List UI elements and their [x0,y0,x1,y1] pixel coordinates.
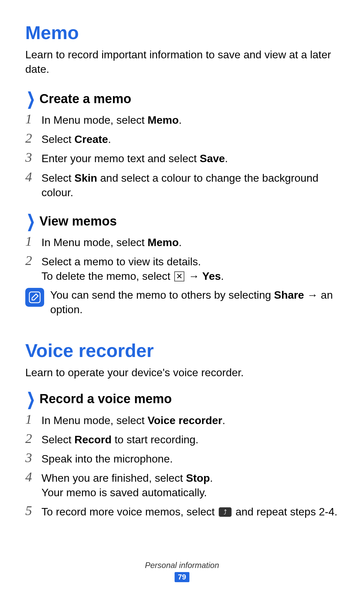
step-text: Enter your memo text and select Save. [41,150,339,166]
subhead-record-voice: ❯ Record a voice memo [25,391,339,407]
step-number: 1 [25,412,41,427]
step-text: To record more voice memos, select ⤴ and… [41,503,339,519]
note-text: You can send the memo to others by selec… [50,288,339,317]
step-number: 5 [25,503,41,518]
step: 2 Select Create. [25,131,339,147]
subhead-label: Create a memo [39,92,131,106]
step-text: In Menu mode, select Memo. [41,112,339,127]
step-number: 3 [25,450,41,465]
section-title-memo: Memo [25,22,339,43]
step-text: When you are finished, select Stop. Your… [41,470,339,500]
subhead-view-memos: ❯ View memos [25,213,339,229]
step-text: Select a memo to view its details. To de… [41,253,339,283]
step: 1 In Menu mode, select Voice recorder. [25,412,339,428]
step-text: In Menu mode, select Voice recorder. [41,412,339,428]
step-number: 3 [25,150,41,165]
step-number: 2 [25,253,41,268]
chevron-icon: ❯ [27,89,35,108]
step: 5 To record more voice memos, select ⤴ a… [25,503,339,519]
delete-x-icon: ✕ [174,271,184,281]
step-text: Speak into the microphone. [41,450,339,466]
step: 1 In Menu mode, select Memo. [25,234,339,250]
step-text: Select Record to start recording. [41,431,339,447]
back-icon: ⤴ [219,507,232,517]
step: 2 Select a memo to view its details. To … [25,253,339,283]
step-text: Select Skin and select a colour to chang… [41,170,339,200]
step-number: 1 [25,234,41,249]
subhead-create-memo: ❯ Create a memo [25,91,339,107]
step: 3 Enter your memo text and select Save. [25,150,339,166]
subhead-label: View memos [39,214,117,229]
step-text: In Menu mode, select Memo. [41,234,339,250]
memo-intro: Learn to record important information to… [25,48,339,76]
subhead-label: Record a voice memo [39,392,172,406]
footer-section-label: Personal information [0,561,364,570]
section-title-voice-recorder: Voice recorder [25,340,339,361]
step: 4 When you are finished, select Stop. Yo… [25,470,339,500]
svg-rect-0 [29,292,40,303]
step: 1 In Menu mode, select Memo. [25,112,339,127]
page-number: 79 [175,572,189,582]
voice-intro: Learn to operate your device's voice rec… [25,365,339,380]
step-number: 4 [25,470,41,484]
step-text: Select Create. [41,131,339,147]
note-icon [25,288,44,307]
step: 3 Speak into the microphone. [25,450,339,466]
page-footer: Personal information 79 [0,561,364,582]
step-number: 2 [25,131,41,146]
step-number: 2 [25,431,41,446]
step: 4 Select Skin and select a colour to cha… [25,170,339,200]
note: You can send the memo to others by selec… [25,288,339,317]
step-number: 4 [25,170,41,184]
pencil-icon [28,291,41,304]
step: 2 Select Record to start recording. [25,431,339,447]
chevron-icon: ❯ [27,389,35,409]
chevron-icon: ❯ [27,211,35,231]
step-number: 1 [25,112,41,126]
